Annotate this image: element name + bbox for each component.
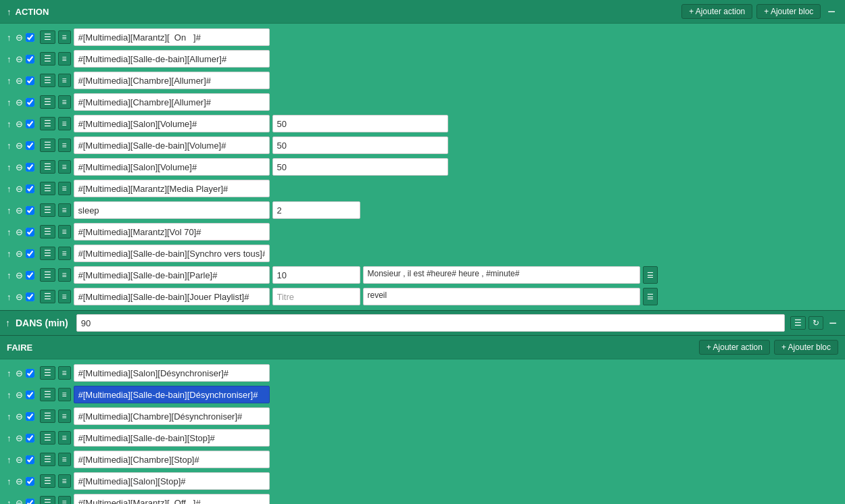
faire-main-input[interactable]: [74, 429, 270, 447]
faire-main-input[interactable]: [74, 472, 270, 490]
row-copy-button[interactable]: ≡: [58, 182, 71, 195]
row-checkbox[interactable]: [26, 477, 34, 486]
row-list-button[interactable]: ☰: [40, 453, 55, 466]
row-remove-button[interactable]: ⊖: [14, 97, 24, 108]
row-up-button[interactable]: ↑: [5, 454, 13, 465]
row-up-button[interactable]: ↑: [5, 476, 13, 487]
row-copy-button[interactable]: ≡: [58, 95, 71, 109]
action-main-input[interactable]: [74, 223, 270, 241]
row-checkbox[interactable]: [26, 390, 34, 399]
dans-value-input[interactable]: [76, 314, 786, 332]
row-remove-button[interactable]: ⊖: [14, 205, 24, 216]
row-copy-button[interactable]: ≡: [58, 474, 71, 488]
row-checkbox[interactable]: [26, 163, 34, 172]
action-text-expand-button[interactable]: ☰: [643, 266, 658, 284]
row-checkbox[interactable]: [26, 76, 34, 85]
row-checkbox[interactable]: [26, 499, 34, 505]
dans-collapse-button[interactable]: −: [826, 316, 840, 330]
row-copy-button[interactable]: ≡: [58, 52, 71, 66]
row-copy-button[interactable]: ≡: [58, 138, 71, 152]
action-add-bloc-button[interactable]: + Ajouter bloc: [756, 4, 821, 19]
action-text-input[interactable]: Monsieur , il est #heure# heure , #minut…: [363, 266, 640, 284]
row-copy-button[interactable]: ≡: [58, 203, 71, 217]
row-remove-button[interactable]: ⊖: [14, 291, 24, 303]
row-list-button[interactable]: ☰: [40, 138, 55, 152]
row-list-button[interactable]: ☰: [40, 95, 55, 109]
row-list-button[interactable]: ☰: [40, 52, 55, 66]
row-up-button[interactable]: ↑: [5, 389, 13, 401]
action-extra1-input[interactable]: [272, 266, 360, 284]
action-extra1-input[interactable]: [272, 288, 360, 305]
row-remove-button[interactable]: ⊖: [14, 75, 24, 86]
dans-refresh-button[interactable]: ↻: [808, 316, 823, 330]
action-main-input[interactable]: [74, 115, 270, 132]
action-main-input[interactable]: [74, 28, 270, 46]
row-up-button[interactable]: ↑: [5, 270, 13, 281]
row-list-button[interactable]: ☰: [40, 225, 55, 238]
row-up-button[interactable]: ↑: [5, 53, 13, 65]
faire-main-input[interactable]: [74, 451, 270, 468]
row-checkbox[interactable]: [26, 455, 34, 464]
row-copy-button[interactable]: ≡: [58, 117, 71, 130]
row-list-button[interactable]: ☰: [40, 182, 55, 195]
row-checkbox[interactable]: [26, 184, 34, 193]
action-main-input[interactable]: [74, 288, 270, 305]
row-remove-button[interactable]: ⊖: [14, 32, 24, 43]
row-up-button[interactable]: ↑: [5, 183, 13, 195]
action-text2-input[interactable]: reveil: [363, 288, 640, 305]
row-copy-button[interactable]: ≡: [58, 431, 71, 445]
row-checkbox[interactable]: [26, 293, 34, 301]
row-list-button[interactable]: ☰: [40, 474, 55, 488]
row-list-button[interactable]: ☰: [40, 290, 55, 303]
row-remove-button[interactable]: ⊖: [14, 53, 24, 65]
row-checkbox[interactable]: [26, 412, 34, 421]
row-copy-button[interactable]: ≡: [58, 496, 71, 504]
row-remove-button[interactable]: ⊖: [14, 476, 24, 487]
row-copy-button[interactable]: ≡: [58, 247, 71, 260]
row-checkbox[interactable]: [26, 98, 34, 107]
faire-add-bloc-button[interactable]: + Ajouter bloc: [774, 340, 838, 355]
row-copy-button[interactable]: ≡: [58, 388, 71, 401]
row-checkbox[interactable]: [26, 228, 34, 236]
row-remove-button[interactable]: ⊖: [14, 389, 24, 401]
faire-main-input[interactable]: [74, 407, 270, 425]
action-text2-expand-button[interactable]: ☰: [643, 288, 658, 305]
row-up-button[interactable]: ↑: [5, 75, 13, 86]
action-main-input[interactable]: [74, 180, 270, 197]
row-up-button[interactable]: ↑: [5, 291, 13, 303]
action-main-input[interactable]: [74, 266, 270, 284]
faire-highlighted-input[interactable]: [74, 386, 270, 403]
row-checkbox[interactable]: [26, 141, 34, 150]
row-copy-button[interactable]: ≡: [58, 409, 71, 423]
row-remove-button[interactable]: ⊖: [14, 411, 24, 422]
row-remove-button[interactable]: ⊖: [14, 432, 24, 444]
row-up-button[interactable]: ↑: [5, 118, 13, 130]
row-up-button[interactable]: ↑: [5, 205, 13, 216]
row-up-button[interactable]: ↑: [5, 248, 13, 259]
row-remove-button[interactable]: ⊖: [14, 140, 24, 151]
row-remove-button[interactable]: ⊖: [14, 454, 24, 465]
action-add-action-button[interactable]: + Ajouter action: [681, 4, 752, 19]
row-checkbox[interactable]: [26, 271, 34, 280]
faire-main-input[interactable]: [74, 494, 270, 504]
row-up-button[interactable]: ↑: [5, 497, 13, 505]
action-main-input[interactable]: [74, 158, 270, 176]
row-remove-button[interactable]: ⊖: [14, 226, 24, 238]
row-checkbox[interactable]: [26, 33, 34, 42]
row-checkbox[interactable]: [26, 206, 34, 215]
action-sleep-value-input[interactable]: [272, 201, 360, 219]
row-up-button[interactable]: ↑: [5, 32, 13, 43]
dans-list-button[interactable]: ☰: [790, 316, 806, 330]
action-main-input[interactable]: [74, 136, 270, 154]
row-copy-button[interactable]: ≡: [58, 30, 71, 44]
action-value-input[interactable]: [272, 115, 448, 132]
row-list-button[interactable]: ☰: [40, 30, 55, 44]
row-checkbox[interactable]: [26, 434, 34, 443]
row-list-button[interactable]: ☰: [40, 203, 55, 217]
row-remove-button[interactable]: ⊖: [14, 248, 24, 259]
row-list-button[interactable]: ☰: [40, 117, 55, 130]
row-up-button[interactable]: ↑: [5, 411, 13, 422]
row-up-button[interactable]: ↑: [5, 226, 13, 238]
row-copy-button[interactable]: ≡: [58, 268, 71, 282]
faire-main-input[interactable]: [74, 364, 270, 382]
